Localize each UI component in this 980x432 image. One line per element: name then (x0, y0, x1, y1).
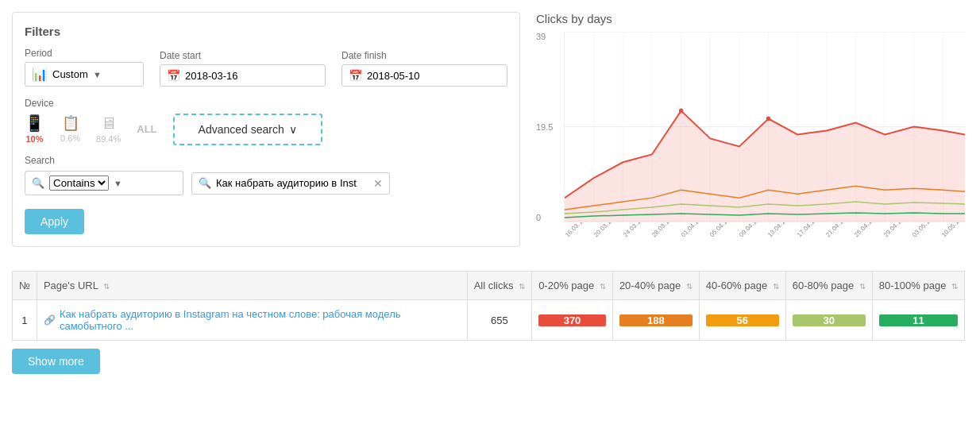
chart-peak-2 (766, 117, 770, 122)
data-table: № Page's URL ⇅ All clicks ⇅ 0-20% page ⇅ (12, 271, 965, 341)
date-finish-label: Date finish (341, 50, 507, 61)
search-section: Search 🔍 Contains ▼ 🔍 ✕ (25, 155, 507, 195)
x-label-1: 16.03.18 (564, 222, 586, 238)
cell-url: 🔗 Как набрать аудиторию в Instagram на ч… (37, 300, 467, 341)
p60-80-sort-icon[interactable]: ⇅ (859, 282, 866, 291)
period-select-wrapper[interactable]: 📊 Custom ▼ (25, 62, 144, 87)
p20-40-value: 188 (619, 314, 693, 326)
date-start-input[interactable] (185, 70, 318, 82)
x-label-4: 28.03.18 (650, 222, 673, 238)
search-row: 🔍 Contains ▼ 🔍 ✕ (25, 171, 507, 195)
chevron-down-icon: ▼ (93, 70, 102, 79)
th-url: Page's URL ⇅ (37, 272, 467, 300)
cell-p0-20: 370 (532, 300, 613, 341)
date-start-group: Date start 📅 (160, 50, 326, 87)
advanced-search-button[interactable]: Advanced search ∨ (173, 114, 322, 145)
main-container: Filters Period 📊 Custom ▼ (12, 12, 965, 374)
date-finish-input[interactable] (367, 70, 500, 82)
url-text: Как набрать аудиторию в Instagram на чес… (60, 308, 461, 332)
x-label-13: 03.05.18 (911, 222, 933, 238)
clear-search-button[interactable]: ✕ (373, 177, 383, 190)
device-options: 📱 10% 📋 0.6% 🖥 89.4% ALL (25, 114, 157, 144)
th-p80-100: 80-100% page ⇅ (872, 272, 964, 300)
x-label-11: 25.04.18 (853, 222, 875, 238)
apply-button[interactable]: Apply (25, 209, 84, 234)
th-p40-60: 40-60% page ⇅ (699, 272, 785, 300)
th-p0-20: 0-20% page ⇅ (532, 272, 613, 300)
device-desktop[interactable]: 🖥 89.4% (96, 114, 121, 144)
desktop-icon: 🖥 (101, 114, 117, 133)
chart-peak-1 (679, 109, 683, 114)
clicks-sort-icon[interactable]: ⇅ (519, 282, 525, 291)
desktop-pct: 89.4% (96, 134, 121, 144)
mobile-pct: 10% (25, 134, 43, 144)
search-label: Search (25, 155, 507, 166)
search-icon-left: 🔍 (32, 177, 44, 189)
external-link-icon: 🔗 (44, 314, 56, 326)
device-section: Device 📱 10% 📋 0.6% (25, 98, 507, 145)
p0-20-sort-icon[interactable]: ⇅ (600, 282, 606, 291)
chart-title: Clicks by days (536, 12, 965, 25)
right-chart: Clicks by days 39 19.5 0 (536, 12, 965, 259)
device-label: Device (25, 98, 507, 109)
show-more-button[interactable]: Show more (12, 349, 100, 374)
search-select-chevron: ▼ (114, 179, 122, 188)
advanced-search-label: Advanced search (199, 123, 284, 136)
cell-p60-80: 30 (785, 300, 872, 341)
tablet-icon: 📋 (62, 114, 79, 132)
th-p20-40: 20-40% page ⇅ (612, 272, 699, 300)
device-row: 📱 10% 📋 0.6% 🖥 89.4% ALL (25, 114, 507, 145)
cell-p80-100: 11 (872, 300, 964, 341)
period-group: Period 📊 Custom ▼ (25, 48, 144, 87)
x-label-3: 24.03.18 (622, 222, 644, 238)
search-contains-select[interactable]: Contains (49, 176, 109, 191)
search-icon-input: 🔍 (199, 177, 211, 189)
th-p60-80: 60-80% page ⇅ (785, 272, 872, 300)
page-url-link[interactable]: 🔗 Как набрать аудиторию в Instagram на ч… (44, 308, 461, 332)
x-label-5: 01.04.18 (680, 222, 702, 238)
x-axis-labels: 16.03.18 20.03.18 24.03.18 28.03.18 01.0… (564, 222, 965, 241)
p0-20-value: 370 (538, 314, 606, 326)
x-label-7: 09.04.18 (738, 222, 760, 238)
date-start-wrapper[interactable]: 📅 (160, 64, 326, 87)
search-input-wrapper[interactable]: 🔍 ✕ (191, 172, 390, 195)
p60-80-value: 30 (793, 314, 866, 326)
th-num: № (13, 272, 37, 300)
cell-p20-40: 188 (612, 300, 699, 341)
url-sort-icon[interactable]: ⇅ (103, 282, 110, 291)
period-select[interactable]: Custom (52, 68, 88, 80)
p80-100-sort-icon[interactable]: ⇅ (951, 282, 958, 291)
filters-title: Filters (25, 25, 507, 38)
filter-row-top: Period 📊 Custom ▼ Date start 📅 (25, 48, 507, 87)
search-text-input[interactable] (216, 177, 368, 189)
x-label-8: 13.04.18 (766, 222, 789, 238)
device-mobile[interactable]: 📱 10% (25, 114, 44, 144)
th-all-clicks: All clicks ⇅ (467, 272, 531, 300)
search-select-wrapper[interactable]: 🔍 Contains ▼ (25, 171, 183, 195)
table-header-row: № Page's URL ⇅ All clicks ⇅ 0-20% page ⇅ (13, 272, 965, 300)
cell-all-clicks: 655 (467, 300, 531, 341)
date-finish-group: Date finish 📅 (341, 50, 507, 87)
advanced-search-chevron: ∨ (289, 123, 297, 136)
device-all[interactable]: ALL (137, 123, 156, 135)
calendar-start-icon: 📅 (167, 69, 180, 82)
x-label-12: 29.04.18 (882, 222, 905, 238)
calendar-finish-icon: 📅 (349, 69, 362, 82)
table-row: 1 🔗 Как набрать аудиторию в Instagram на… (13, 300, 965, 341)
x-label-10: 21.04.18 (824, 222, 847, 238)
left-filters: Filters Period 📊 Custom ▼ (12, 12, 520, 259)
x-label-6: 05.04.18 (708, 222, 731, 238)
cell-num: 1 (13, 300, 37, 341)
p40-60-value: 56 (706, 314, 779, 326)
y-label-195: 19.5 (536, 122, 553, 132)
device-tablet[interactable]: 📋 0.6% (60, 114, 80, 143)
date-finish-wrapper[interactable]: 📅 (341, 64, 507, 87)
x-label-14: 10.05.18 (940, 222, 963, 238)
y-label-0: 0 (536, 213, 553, 222)
tablet-pct: 0.6% (60, 133, 80, 143)
x-label-9: 17.04.18 (796, 222, 818, 238)
date-start-label: Date start (160, 50, 326, 61)
p20-40-sort-icon[interactable]: ⇅ (686, 282, 693, 291)
p80-100-value: 11 (879, 314, 958, 326)
p40-60-sort-icon[interactable]: ⇅ (773, 282, 779, 291)
